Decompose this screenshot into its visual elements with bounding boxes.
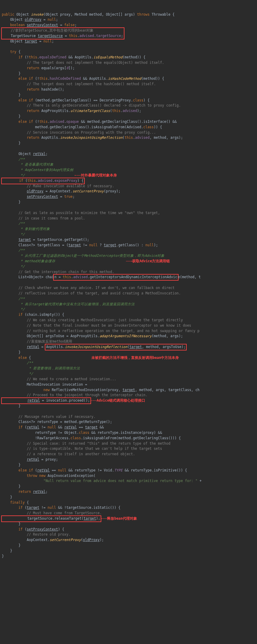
code-block: public Object invoke(Object proxy, Metho…	[2, 12, 255, 559]
annotation-3: 未被拦截的方法不增强，直接反射调用bean中方法本身	[91, 356, 179, 360]
box-proceed: retVal = invocation.proceed();	[1, 397, 91, 404]
annotation-4: Advice链式调用核心处理接口	[97, 398, 145, 403]
box-exposeproxy: if (this.advised.exposeProxy) {	[1, 178, 85, 184]
annotation-1: 对外暴露代理对象本身	[81, 173, 117, 177]
annotation-5: 释放bean代理对象	[107, 516, 137, 521]
box-invokejoinpoint: AopUtils.invokeJoinpointUsingReflection(…	[45, 344, 187, 350]
box-releasetarget: targetSource.releaseTarget(target);	[1, 515, 101, 522]
box-targetsource: //拿到TargetSource,其中包含被代理的bean对象 TargetSo…	[1, 27, 124, 39]
arrow-icon: ←——	[90, 398, 97, 403]
arrow-icon: ←——	[101, 516, 107, 521]
annotation-2: 获取Advice方法调用链	[132, 259, 170, 263]
arrow-icon: ←——	[75, 173, 81, 177]
box-getinterceptors: n = this.advised.getInterceptorsAndDynam…	[53, 274, 179, 281]
arrow-icon: ——→	[126, 259, 132, 263]
